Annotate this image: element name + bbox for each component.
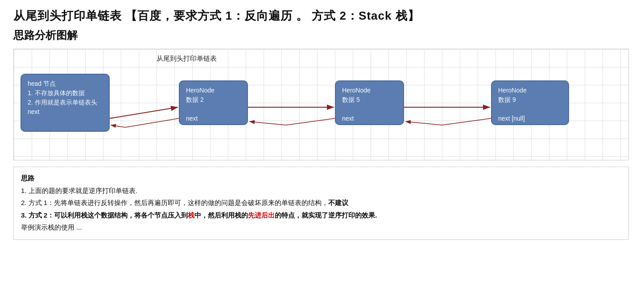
node9-line2: 数据 9	[498, 96, 516, 103]
node9-line4: next [null]	[498, 115, 525, 122]
bottom-line3-red2: 先进后出	[248, 211, 275, 219]
bottom-line3-end: 的特点，就实现了逆序打印的效果.	[275, 211, 377, 219]
bottom-line4: 举例演示栈的使用 ...	[21, 222, 621, 233]
node-head-line2: 1. 不存放具体的数据	[28, 89, 85, 96]
page-title: 从尾到头打印单链表 【百度，要求方式 1：反向遍历 。 方式 2：Stack 栈…	[13, 8, 631, 24]
bottom-line3-cont: 中，然后利用栈的	[194, 211, 248, 219]
node-head: head 节点 1. 不存放具体的数据 2. 作用就是表示单链表头 next	[21, 74, 110, 132]
node-head-line1: head 节点	[28, 80, 56, 87]
node5-line4: next	[342, 115, 354, 122]
bottom-line1: 1. 上面的题的要求就是逆序打印单链表.	[21, 185, 621, 197]
thinking-label: 思路	[21, 172, 621, 184]
bottom-section: 思路 1. 上面的题的要求就是逆序打印单链表. 2. 方式 1：先将单链表进行反…	[13, 167, 629, 240]
node5-line1: HeroNode	[342, 87, 371, 94]
node9-line1: HeroNode	[498, 87, 527, 94]
bottom-line2-prefix: 2. 方式 1：先将单链表进行反转操作，然后再遍历即可，这样的做的问题是会破坏原…	[21, 199, 328, 206]
bottom-line3-prefix: 3. 方式 2：	[21, 211, 54, 219]
node-head-line3: 2. 作用就是表示单链表头	[28, 99, 97, 106]
svg-line-2	[110, 107, 178, 118]
node-heronode-2: HeroNode 数据 2 next	[179, 80, 248, 125]
node2-line2: 数据 2	[186, 96, 204, 103]
bottom-line2: 2. 方式 1：先将单链表进行反转操作，然后再遍历即可，这样的做的问题是会破坏原…	[21, 197, 621, 209]
bottom-line3-bold: 可以利用栈这个数据结构，将各个节点压入到	[54, 211, 188, 219]
node2-line1: HeroNode	[186, 87, 215, 94]
node2-line4: next	[186, 115, 198, 122]
bottom-line3: 3. 方式 2：可以利用栈这个数据结构，将各个节点压入到栈中，然后利用栈的先进后…	[21, 210, 621, 221]
diagram-container: 从尾到头打印单链表 head 节点 1. 不存放具体的数据 2. 作用就是表示单…	[13, 49, 629, 160]
node-head-line4: next	[28, 108, 39, 115]
diagram-label: 从尾到头打印单链表	[157, 55, 217, 63]
node-heronode-5: HeroNode 数据 5 next	[335, 80, 404, 125]
diagram-subtitle: 思路分析图解	[13, 28, 631, 42]
node5-line2: 数据 5	[342, 96, 360, 103]
bottom-line2-bold: 不建议	[328, 199, 348, 206]
bottom-line3-red: 栈	[188, 211, 194, 219]
node-heronode-9: HeroNode 数据 9 next [null]	[491, 80, 569, 125]
